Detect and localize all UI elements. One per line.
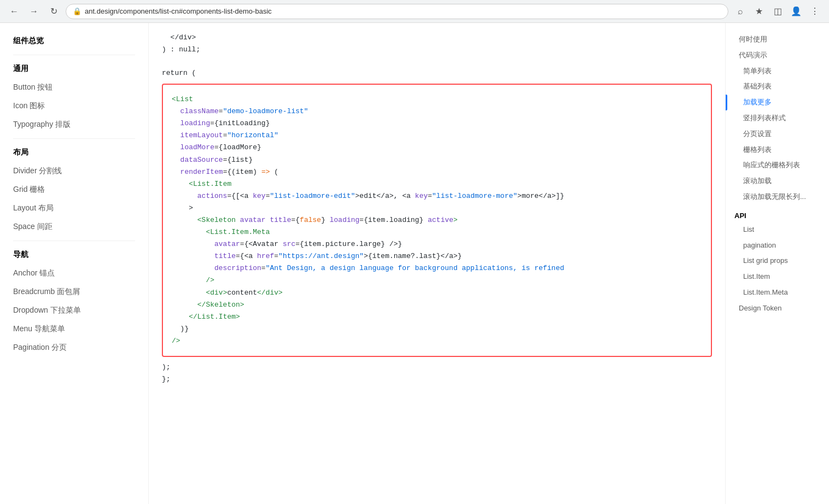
code-line-1: <List	[172, 93, 702, 106]
toc-item-pagination-api[interactable]: pagination	[726, 238, 829, 254]
code-line-11: <Skeleton avatar title={false} loading={…	[172, 214, 702, 226]
toc-item-grid-list[interactable]: 栅格列表	[726, 142, 829, 158]
code-line-2: className="demo-loadmore-list"	[172, 106, 702, 118]
toc-item-simple-list[interactable]: 简单列表	[726, 63, 829, 79]
code-line-21: />	[172, 335, 702, 347]
code-line-15: description="Ant Design, a design langua…	[172, 262, 702, 274]
toc-item-vertical[interactable]: 竖排列表样式	[726, 110, 829, 126]
app-body: 组件总览 通用 Button 按钮 Icon 图标 Typography 排版 …	[0, 23, 829, 504]
toc-item-list-grid-props[interactable]: List grid props	[726, 253, 829, 269]
forward-button[interactable]: →	[26, 4, 42, 19]
toc-item-pagination[interactable]: 分页设置	[726, 126, 829, 142]
sidebar: 组件总览 通用 Button 按钮 Icon 图标 Typography 排版 …	[0, 23, 149, 504]
sidebar-item-typography[interactable]: Typography 排版	[0, 115, 148, 134]
toc-item-list-item-meta[interactable]: List.Item.Meta	[726, 285, 829, 301]
address-bar[interactable]: 🔒 ant.design/components/list-cn#componen…	[66, 4, 728, 19]
lock-icon: 🔒	[73, 7, 81, 15]
sidebar-item-divider[interactable]: Divider 分割线	[0, 162, 148, 180]
code-line-6: dataSource={list}	[172, 154, 702, 166]
code-line-5: loadMore={loadMore}	[172, 142, 702, 154]
code-post-line-2: };	[162, 373, 712, 385]
toc-item-basic-list[interactable]: 基础列表	[726, 79, 829, 95]
sidebar-item-grid[interactable]: Grid 栅格	[0, 180, 148, 199]
toc-item-code-demo[interactable]: 代码演示	[726, 48, 829, 63]
toc-item-scroll-load[interactable]: 滚动加载	[726, 173, 829, 189]
code-line-14: title={<a href="https://ant.design">{ite…	[172, 250, 702, 262]
code-line-3: loading={initLoading}	[172, 118, 702, 130]
sidebar-item-dropdown[interactable]: Dropdown 下拉菜单	[0, 301, 148, 320]
code-line-13: avatar={<Avatar src={item.picture.large}…	[172, 238, 702, 250]
code-line-17: <div>content</div>	[172, 287, 702, 299]
sidebar-divider-1	[13, 55, 135, 55]
code-line-8: <List.Item	[172, 178, 702, 190]
sidebar-section-layout: 布局	[0, 143, 148, 162]
browser-action-icons: ⌕ ★ ◫ 👤 ⋮	[733, 4, 822, 19]
return-line: return (	[162, 67, 712, 79]
code-post-line-1: );	[162, 361, 712, 373]
code-line-16: />	[172, 274, 702, 286]
extensions-icon-btn[interactable]: ◫	[770, 4, 785, 19]
toc-item-design-token[interactable]: Design Token	[726, 301, 829, 317]
toc-item-loadmore[interactable]: 加载更多	[726, 95, 829, 110]
toc-item-responsive-grid[interactable]: 响应式的栅格列表	[726, 157, 829, 173]
code-line-20: )}	[172, 323, 702, 335]
code-area: </div> ) : null; return ( <List classNam…	[149, 23, 725, 394]
bookmark-icon-btn[interactable]: ★	[751, 4, 767, 19]
toc-item-list[interactable]: List	[726, 222, 829, 238]
code-line-12: <List.Item.Meta	[172, 226, 702, 238]
sidebar-item-pagination[interactable]: Pagination 分页	[0, 338, 148, 357]
url-text: ant.design/components/list-cn#components…	[85, 7, 272, 15]
sidebar-item-space[interactable]: Space 间距	[0, 218, 148, 236]
code-pre-line-1: </div>	[162, 32, 712, 44]
sidebar-item-icon[interactable]: Icon 图标	[0, 97, 148, 115]
code-pre-line-2: ) : null;	[162, 44, 712, 56]
sidebar-item-menu[interactable]: Menu 导航菜单	[0, 320, 148, 338]
toc-item-whentouse[interactable]: 何时使用	[726, 32, 829, 48]
toc-api-section: API	[726, 209, 829, 222]
profile-icon-btn[interactable]: 👤	[789, 4, 804, 19]
code-line-18: </Skeleton>	[172, 299, 702, 311]
code-line-7: renderItem={(item) => (	[172, 166, 702, 178]
sidebar-top-title: 组件总览	[0, 32, 148, 50]
sidebar-section-general: 通用	[0, 60, 148, 78]
menu-icon-btn[interactable]: ⋮	[807, 4, 822, 19]
toc-item-scroll-infinite[interactable]: 滚动加载无限长列...	[726, 189, 829, 205]
back-button[interactable]: ←	[7, 4, 22, 19]
toc-panel: 何时使用 代码演示 简单列表 基础列表 加载更多 竖排列表样式 分页设置 栅格列…	[725, 23, 829, 504]
sidebar-item-button[interactable]: Button 按钮	[0, 78, 148, 97]
main-content: </div> ) : null; return ( <List classNam…	[149, 23, 725, 504]
browser-chrome: ← → ↻ 🔒 ant.design/components/list-cn#co…	[0, 0, 829, 23]
code-line-19: </List.Item>	[172, 311, 702, 323]
toc-item-list-item[interactable]: List.Item	[726, 269, 829, 285]
code-block: <List className="demo-loadmore-list" loa…	[162, 84, 712, 357]
code-line-4: itemLayout="horizontal"	[172, 130, 702, 142]
sidebar-divider-2	[13, 138, 135, 139]
sidebar-item-layout[interactable]: Layout 布局	[0, 199, 148, 218]
sidebar-item-anchor[interactable]: Anchor 锚点	[0, 264, 148, 283]
sidebar-item-breadcrumb[interactable]: Breadcrumb 面包屑	[0, 283, 148, 301]
code-line-9: actions={[<a key="list-loadmore-edit">ed…	[172, 190, 702, 202]
sidebar-section-nav: 导航	[0, 245, 148, 264]
code-line-10: >	[172, 202, 702, 214]
reload-button[interactable]: ↻	[46, 4, 61, 19]
sidebar-divider-3	[13, 241, 135, 241]
search-icon-btn[interactable]: ⌕	[733, 4, 748, 19]
